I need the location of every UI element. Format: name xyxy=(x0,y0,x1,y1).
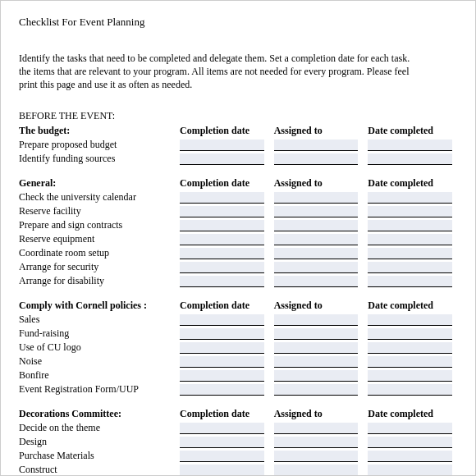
blank-field[interactable] xyxy=(269,234,364,245)
fill-line[interactable] xyxy=(274,328,359,340)
fill-line[interactable] xyxy=(180,262,264,273)
fill-line[interactable] xyxy=(368,423,452,434)
fill-line[interactable] xyxy=(274,384,359,396)
blank-field[interactable] xyxy=(269,356,364,368)
blank-field[interactable] xyxy=(363,153,457,165)
fill-line[interactable] xyxy=(274,423,359,434)
fill-line[interactable] xyxy=(368,262,452,273)
blank-field[interactable] xyxy=(363,192,457,204)
blank-field[interactable] xyxy=(363,140,457,151)
blank-field[interactable] xyxy=(363,342,457,354)
fill-line[interactable] xyxy=(368,370,452,382)
blank-field[interactable] xyxy=(363,437,457,448)
fill-line[interactable] xyxy=(274,248,359,259)
blank-field[interactable] xyxy=(175,423,269,434)
blank-field[interactable] xyxy=(363,262,457,273)
blank-field[interactable] xyxy=(175,248,269,259)
blank-field[interactable] xyxy=(175,342,269,354)
blank-field[interactable] xyxy=(175,140,269,151)
blank-field[interactable] xyxy=(175,451,269,462)
fill-line[interactable] xyxy=(368,220,452,231)
fill-line[interactable] xyxy=(274,153,359,165)
fill-line[interactable] xyxy=(274,262,359,273)
fill-line[interactable] xyxy=(274,234,359,245)
blank-field[interactable] xyxy=(363,234,457,245)
blank-field[interactable] xyxy=(269,423,364,434)
fill-line[interactable] xyxy=(180,206,264,217)
blank-field[interactable] xyxy=(175,276,269,287)
fill-line[interactable] xyxy=(180,370,264,382)
blank-field[interactable] xyxy=(269,140,364,151)
fill-line[interactable] xyxy=(180,248,264,259)
fill-line[interactable] xyxy=(180,153,264,165)
fill-line[interactable] xyxy=(180,342,264,354)
fill-line[interactable] xyxy=(368,192,452,204)
fill-line[interactable] xyxy=(274,356,359,368)
blank-field[interactable] xyxy=(269,328,364,340)
fill-line[interactable] xyxy=(180,314,264,326)
fill-line[interactable] xyxy=(180,328,264,340)
fill-line[interactable] xyxy=(368,276,452,287)
fill-line[interactable] xyxy=(180,140,264,151)
fill-line[interactable] xyxy=(368,342,452,354)
fill-line[interactable] xyxy=(180,423,264,434)
blank-field[interactable] xyxy=(175,206,269,217)
blank-field[interactable] xyxy=(269,370,364,382)
blank-field[interactable] xyxy=(363,465,457,476)
blank-field[interactable] xyxy=(175,234,269,245)
fill-line[interactable] xyxy=(180,437,264,448)
fill-line[interactable] xyxy=(368,384,452,396)
fill-line[interactable] xyxy=(368,356,452,368)
blank-field[interactable] xyxy=(363,356,457,368)
blank-field[interactable] xyxy=(363,276,457,287)
blank-field[interactable] xyxy=(175,370,269,382)
blank-field[interactable] xyxy=(175,356,269,368)
fill-line[interactable] xyxy=(274,206,359,217)
fill-line[interactable] xyxy=(180,220,264,231)
fill-line[interactable] xyxy=(274,370,359,382)
blank-field[interactable] xyxy=(269,384,364,396)
fill-line[interactable] xyxy=(368,140,452,151)
blank-field[interactable] xyxy=(175,384,269,396)
fill-line[interactable] xyxy=(274,437,359,448)
blank-field[interactable] xyxy=(269,220,364,231)
fill-line[interactable] xyxy=(180,465,264,476)
blank-field[interactable] xyxy=(363,206,457,217)
fill-line[interactable] xyxy=(368,206,452,217)
fill-line[interactable] xyxy=(368,248,452,259)
blank-field[interactable] xyxy=(175,328,269,340)
blank-field[interactable] xyxy=(269,192,364,204)
fill-line[interactable] xyxy=(274,451,359,462)
blank-field[interactable] xyxy=(175,220,269,231)
blank-field[interactable] xyxy=(269,437,364,448)
blank-field[interactable] xyxy=(269,342,364,354)
fill-line[interactable] xyxy=(368,437,452,448)
blank-field[interactable] xyxy=(363,328,457,340)
fill-line[interactable] xyxy=(368,451,452,462)
fill-line[interactable] xyxy=(274,220,359,231)
fill-line[interactable] xyxy=(180,276,264,287)
fill-line[interactable] xyxy=(180,384,264,396)
blank-field[interactable] xyxy=(175,437,269,448)
blank-field[interactable] xyxy=(269,262,364,273)
fill-line[interactable] xyxy=(180,234,264,245)
fill-line[interactable] xyxy=(368,314,452,326)
blank-field[interactable] xyxy=(269,314,364,326)
blank-field[interactable] xyxy=(175,465,269,476)
fill-line[interactable] xyxy=(274,140,359,151)
blank-field[interactable] xyxy=(269,153,364,165)
blank-field[interactable] xyxy=(175,153,269,165)
fill-line[interactable] xyxy=(180,451,264,462)
fill-line[interactable] xyxy=(274,465,359,476)
fill-line[interactable] xyxy=(368,234,452,245)
blank-field[interactable] xyxy=(363,248,457,259)
blank-field[interactable] xyxy=(175,314,269,326)
blank-field[interactable] xyxy=(269,248,364,259)
blank-field[interactable] xyxy=(175,262,269,273)
blank-field[interactable] xyxy=(363,314,457,326)
fill-line[interactable] xyxy=(368,328,452,340)
blank-field[interactable] xyxy=(363,370,457,382)
fill-line[interactable] xyxy=(368,465,452,476)
blank-field[interactable] xyxy=(269,206,364,217)
blank-field[interactable] xyxy=(175,192,269,204)
